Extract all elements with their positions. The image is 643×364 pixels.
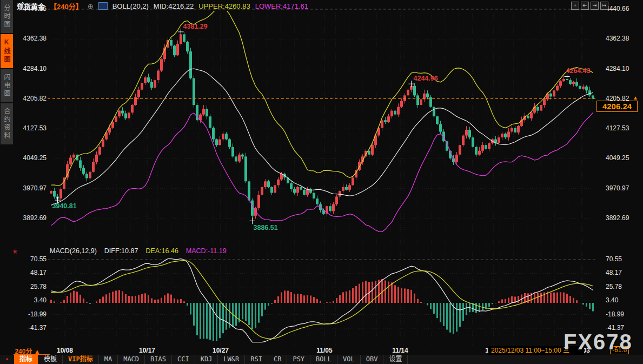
sidebar-tab-item[interactable]: 合约资料 — [1, 103, 13, 144]
toolbar-left-icon: ● — [0, 355, 14, 364]
price-extreme-label: 4381.29 — [183, 23, 208, 30]
toolbar-item-BOLL[interactable]: BOLL — [310, 355, 337, 364]
toolbar-item-MACD[interactable]: MACD — [118, 355, 145, 364]
price-axis-label-left: 4127.53 — [15, 124, 47, 132]
macd-title[interactable]: MACD(26,12,9) — [50, 247, 97, 255]
macd-axis-label-left: 48.17 — [15, 269, 47, 276]
chart-header: 现货黄金 【240分】 ⊕ BOLL(20,2) MID:4216.22 UPP… — [17, 1, 308, 11]
toolbar-item-KDJ[interactable]: KDJ — [195, 355, 218, 364]
date-tick-label: 10/17 — [132, 347, 162, 354]
toolbar-item-CR[interactable]: CR — [268, 355, 287, 364]
candles-layer — [50, 32, 594, 221]
line-chart-icon[interactable] — [98, 2, 108, 10]
price-axis-label-right: 4440.66 — [606, 5, 639, 12]
price-axis-label-right: 4127.53 — [606, 124, 639, 132]
toolbar-item-LW&R[interactable]: LW&R — [218, 355, 245, 364]
toolbar-item-指标[interactable]: 指标 — [14, 355, 38, 364]
toolbar-item-VIP指标[interactable]: VIP指标 — [63, 355, 99, 364]
sidebar-tab-item[interactable]: 分时图 — [1, 0, 13, 33]
compress-left-icon[interactable]: ⇤ — [581, 2, 589, 10]
macd-axis-label-left: 70.55 — [15, 255, 47, 263]
price-axis-label-left: 4049.25 — [15, 154, 47, 162]
period-label[interactable]: 【240分】 — [50, 1, 83, 11]
price-axis-label-left: 4362.38 — [15, 35, 47, 42]
fx678-watermark: FX678 — [564, 330, 633, 354]
crosshair-tool-icon[interactable]: + — [571, 2, 579, 10]
price-axis-label-right: 4284.10 — [606, 65, 639, 72]
indicator-toolbar: ● 指标模板VIP指标MAMACDBIASCCIKDJLW&RRSICRPSYB… — [0, 355, 643, 364]
macd-layer — [51, 259, 593, 342]
price-up-arrow-icon: ▲ — [633, 95, 638, 101]
toolbar-item-设置[interactable]: 设置 — [383, 355, 408, 364]
sidebar-tab-active[interactable]: K线图 — [1, 34, 13, 68]
price-axis-label-left: 4205.82 — [15, 95, 47, 102]
indicator-name[interactable]: BOLL(20,2) — [112, 2, 149, 10]
macd-header: MACD(26,12,9) DIFF:10.87 DEA:16.46 MACD:… — [50, 247, 227, 255]
date-tick-label: 11/05 — [309, 347, 340, 354]
macd-axis-label-left: 25.78 — [15, 283, 47, 290]
price-axis-label-right: 4049.25 — [606, 154, 639, 162]
boll-upper-value: UPPER:4260.83 — [198, 2, 250, 10]
trading-terminal: { "sidebar": { "tabs": [ {"label": "分时图"… — [0, 0, 643, 364]
price-axis-label-right: 3892.69 — [606, 214, 639, 222]
toolbar-item-RSI[interactable]: RSI — [245, 355, 268, 364]
macd-axis-label-left: -41.37 — [15, 324, 47, 332]
price-axis-label-left: 4284.10 — [15, 65, 47, 72]
price-extreme-label: 4244.96 — [414, 75, 438, 82]
boll-mid-value: MID:4216.22 — [154, 2, 194, 10]
price-axis-label-right: 4362.38 — [606, 35, 639, 42]
macd-axis-label-left: -18.99 — [15, 310, 47, 318]
date-tick-label: 11/14 — [385, 347, 415, 354]
add-indicator-icon[interactable]: ⊕ — [88, 2, 94, 10]
chart-tool-buttons: +⇤⇥↦ — [571, 2, 608, 10]
left-sidebar: 分时图K线图闪电图合约资料 — [0, 0, 14, 364]
macd-axis-label-right: 48.17 — [606, 269, 639, 276]
last-price-badge: 4206.24 — [596, 101, 638, 112]
boll-lower-value: LOWER:4171.61 — [255, 2, 308, 10]
pan-right-icon[interactable]: ↦ — [600, 2, 608, 10]
price-extreme-label: 4264.43 — [566, 67, 591, 75]
macd-axis-label-right: -18.99 — [606, 310, 639, 318]
macd-axis-label-right: 25.78 — [606, 283, 639, 290]
toolbar-item-模板[interactable]: 模板 — [38, 355, 63, 364]
price-axis-label-left: 3892.69 — [15, 214, 47, 222]
sidebar-tab-item[interactable]: 闪电图 — [1, 69, 13, 102]
toolbar-item-MA[interactable]: MA — [99, 355, 118, 364]
price-axis-label-right: 3970.97 — [606, 184, 639, 192]
chart-canvas[interactable] — [0, 0, 643, 364]
macd-diff-value: DIFF:10.87 — [104, 247, 138, 255]
compress-right-icon[interactable]: ⇥ — [591, 2, 599, 10]
macd-axis-label-right: 3.40 — [606, 296, 639, 304]
toolbar-item-OBV[interactable]: OBV — [361, 355, 384, 364]
date-tick-label: 10/08 — [50, 347, 80, 354]
toolbar-item-CCI[interactable]: CCI — [172, 355, 195, 364]
price-extreme-label: 3886.51 — [254, 224, 278, 231]
toolbar-item-VOL[interactable]: VOL — [337, 355, 361, 364]
price-axis-label-left: 3970.97 — [15, 184, 47, 192]
boll-upper-line — [51, 8, 593, 186]
macd-axis-label-left: 3.40 — [15, 296, 47, 304]
toolbar-item-BIAS[interactable]: BIAS — [145, 355, 172, 364]
macd-dea-value: DEA:16.46 — [145, 247, 178, 255]
price-extreme-label: 3940.81 — [52, 202, 77, 210]
macd-macd-value: MACD:-11.19 — [186, 247, 227, 255]
macd-axis-label-right: 70.55 — [606, 255, 639, 263]
date-tick-label: 10/27 — [206, 347, 236, 354]
toolbar-item-PSY[interactable]: PSY — [287, 355, 310, 364]
